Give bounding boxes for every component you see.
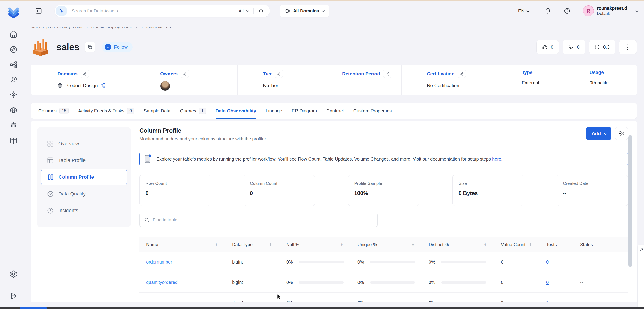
stat-card-profile-sample: Profile Sample 100% [348, 175, 419, 206]
column-name-link[interactable]: quantityordered [146, 280, 178, 285]
search-icon[interactable] [258, 8, 264, 14]
tab-activity-feeds[interactable]: Activity Feeds & Tasks0 [78, 103, 134, 119]
breadcrumb-item[interactable]: athena_prod_display_name [31, 27, 84, 29]
notifications-bell-icon[interactable] [544, 8, 551, 14]
metadata-retention: Retention Period -- [316, 65, 401, 95]
tests-link[interactable]: 0 [546, 259, 549, 265]
gear-icon [618, 130, 624, 137]
window-top-strip [0, 0, 644, 1]
distinct-progress-bar [441, 261, 486, 263]
tab-lineage[interactable]: Lineage [266, 103, 282, 119]
expand-panel-icon[interactable] [638, 248, 643, 253]
right-edge-panel[interactable] [638, 245, 644, 309]
tab-columns[interactable]: Columns15 [38, 103, 69, 119]
domains-icon[interactable] [10, 106, 18, 114]
column-header-null[interactable]: Null %▲▼ [280, 242, 351, 247]
profiler-nav: Overview Table Profile Column Profile Da… [37, 127, 131, 227]
page-title: sales [56, 42, 79, 52]
column-header-unique[interactable]: Unique %▲▼ [351, 242, 422, 247]
sort-icon: ▲▼ [484, 243, 486, 246]
table-row: ordernumber bigint 0% 0% 0% 0 0 -- [140, 252, 628, 272]
find-in-table-input[interactable] [153, 217, 373, 223]
column-header-value-count[interactable]: Value Count▲▼ [494, 242, 540, 247]
user-names: rounakpreet.d Default [597, 6, 627, 16]
edit-domains-button[interactable] [81, 70, 89, 78]
global-search[interactable]: All [55, 5, 270, 17]
table-icon [47, 157, 54, 164]
sort-icon: ▲▼ [215, 243, 218, 246]
column-name-link[interactable]: ordernumber [146, 259, 172, 265]
tab-sample-data[interactable]: Sample Data [144, 103, 170, 119]
nav-overview[interactable]: Overview [41, 135, 127, 152]
version-button[interactable]: 0.3 [589, 40, 615, 54]
global-search-input[interactable] [72, 8, 238, 14]
upvote-button[interactable]: 0 [536, 40, 559, 54]
tab-data-observability[interactable]: Data Observability [216, 103, 256, 119]
nav-table-profile[interactable]: Table Profile [41, 152, 127, 169]
insights-icon[interactable] [10, 91, 18, 99]
governance-icon[interactable] [10, 121, 18, 129]
help-icon[interactable] [564, 8, 570, 14]
home-icon[interactable] [10, 30, 18, 39]
domain-link[interactable]: Product Design [65, 83, 98, 88]
documentation-link[interactable]: here. [492, 157, 502, 162]
column-header-name[interactable]: Name▲▼ [140, 242, 225, 247]
discovery-icon[interactable] [10, 76, 18, 84]
breadcrumb-item[interactable]: default_display_name [91, 27, 133, 29]
nav-data-quality[interactable]: Data Quality [41, 185, 127, 202]
tab-er-diagram[interactable]: ER Diagram [292, 103, 317, 119]
edit-tier-button[interactable] [275, 70, 283, 78]
app-logo-icon[interactable] [8, 6, 20, 19]
search-icon [144, 217, 150, 223]
table-row: quantityordered bigint 0% 0% 0% 0 0 -- [140, 272, 628, 293]
observability-panel: Overview Table Profile Column Profile Da… [31, 121, 637, 302]
user-name: rounakpreet.d [597, 6, 627, 11]
metadata-tier: Tier No Tier [238, 65, 316, 95]
chevron-down-icon [246, 9, 249, 12]
entity-metadata-card: Domains Product Design Owners [31, 65, 637, 95]
tab-contract[interactable]: Contract [326, 103, 344, 119]
vertical-scrollbar[interactable] [628, 135, 632, 267]
more-actions-button[interactable] [619, 40, 637, 54]
null-progress-bar [299, 261, 344, 263]
add-button[interactable]: Add [586, 127, 612, 140]
sort-icon: ▲▼ [412, 243, 414, 246]
owner-avatar[interactable] [160, 81, 170, 91]
edit-retention-button[interactable] [383, 70, 391, 78]
tab-queries[interactable]: Queries1 [180, 103, 206, 119]
lineage-icon[interactable] [10, 61, 18, 69]
language-select[interactable]: EN [518, 8, 529, 14]
user-menu-chevron-icon[interactable] [636, 9, 638, 12]
column-header-data-type[interactable]: Data Type▲▼ [225, 242, 280, 247]
tests-link[interactable]: 0 [546, 280, 549, 285]
all-domains-button[interactable]: All Domains [280, 5, 329, 17]
column-header-distinct[interactable]: Distinct %▲▼ [422, 242, 494, 247]
ai-sparkles-icon[interactable] [56, 6, 67, 16]
search-scope-select[interactable]: All [238, 8, 244, 14]
edit-certification-button[interactable] [458, 70, 466, 78]
breadcrumb-item[interactable]: testdatalake_db [140, 27, 171, 29]
sidebar-toggle-icon[interactable] [35, 8, 42, 14]
profiler-settings-button[interactable] [615, 127, 628, 140]
settings-icon[interactable] [10, 270, 18, 278]
glossary-icon[interactable] [10, 136, 18, 145]
user-avatar[interactable]: R [583, 6, 594, 16]
tests-link[interactable]: 0 [546, 300, 549, 302]
tab-custom-properties[interactable]: Custom Properties [354, 103, 392, 119]
nav-column-profile[interactable]: Column Profile [41, 169, 127, 185]
user-team: Default [597, 11, 627, 16]
find-in-table[interactable] [140, 213, 378, 227]
follow-button[interactable]: ★ Follow [102, 42, 133, 52]
column-header-status: Status [573, 242, 628, 247]
downvote-button[interactable]: 0 [563, 40, 585, 54]
explore-icon[interactable] [10, 46, 18, 54]
distinct-progress-bar [441, 302, 486, 302]
unique-progress-bar [370, 302, 415, 302]
stat-card-created-date: Created Date -- [557, 175, 628, 206]
copy-name-button[interactable] [85, 42, 95, 52]
edit-owners-button[interactable] [181, 70, 189, 78]
stat-card-row-count: Row Count 0 [140, 175, 210, 206]
nav-incidents[interactable]: Incidents [41, 202, 127, 219]
logout-icon[interactable] [10, 292, 18, 300]
sort-icon: ▲▼ [340, 243, 343, 246]
